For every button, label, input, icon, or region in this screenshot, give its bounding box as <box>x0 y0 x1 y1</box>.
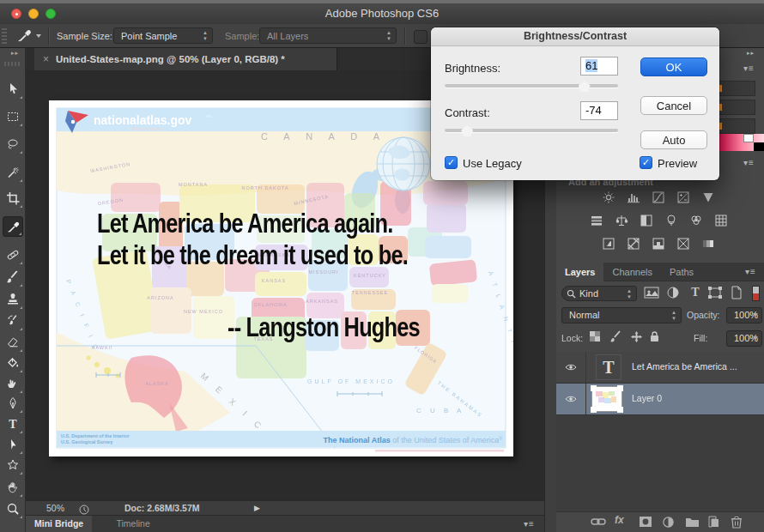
lock-pixels-icon[interactable] <box>609 330 625 346</box>
blend-mode-dropdown[interactable]: Normal ▲▼ <box>561 307 682 323</box>
preset-dropdown-arrow-icon[interactable] <box>36 34 41 38</box>
swatches-panel-menu-icon[interactable]: ▾≡ <box>743 158 755 167</box>
exposure-adjustment-icon[interactable] <box>676 190 694 205</box>
filter-smart-objects-icon[interactable] <box>730 286 747 301</box>
marquee-tool[interactable] <box>3 106 23 127</box>
state-label: KENTUCKY <box>354 273 386 278</box>
photo-filter-adjustment-icon[interactable] <box>664 214 682 228</box>
lock-all-icon[interactable] <box>649 330 664 346</box>
hand-icon <box>6 481 20 494</box>
contrast-slider-thumb[interactable] <box>461 125 473 136</box>
clone-stamp-tool[interactable] <box>3 289 23 310</box>
filter-kind-dropdown[interactable]: Kind ▲▼ <box>561 286 637 301</box>
magic-wand-tool[interactable] <box>3 162 23 183</box>
show-sampling-ring-checkbox[interactable] <box>414 30 427 44</box>
type-tool[interactable]: T <box>3 414 23 434</box>
type-layer-thumbnail[interactable]: T <box>596 354 622 380</box>
collapse-panels-icon[interactable]: ▸▸ <box>747 50 755 57</box>
auto-button[interactable]: Auto <box>640 130 707 149</box>
filter-adjustment-layers-icon[interactable] <box>666 286 683 301</box>
panel-menu-icon[interactable]: ▾≡ <box>524 519 535 529</box>
ok-button[interactable]: OK <box>640 57 707 76</box>
use-legacy-checkbox[interactable]: ✓ <box>445 156 458 169</box>
link-layers-icon[interactable] <box>591 516 606 529</box>
layer-visibility-toggle[interactable] <box>556 352 586 383</box>
healing-brush-tool[interactable] <box>3 245 23 265</box>
brightness-slider-thumb[interactable] <box>579 81 591 92</box>
fill-label: Fill: <box>694 333 707 343</box>
layers-panel-menu-icon[interactable]: ▾≡ <box>745 267 756 276</box>
close-tab-icon[interactable]: × <box>34 53 56 65</box>
history-brush-tool[interactable] <box>3 311 23 331</box>
invert-adjustment-icon[interactable] <box>601 237 620 251</box>
brightness-slider[interactable] <box>445 84 618 88</box>
smudge-tool[interactable] <box>3 373 23 394</box>
brightness-label: Brightness: <box>445 62 500 75</box>
color-balance-adjustment-icon[interactable] <box>614 214 633 228</box>
eyedropper-tool[interactable] <box>3 216 23 237</box>
brush-tool[interactable] <box>3 267 23 287</box>
black-white-adjustment-icon[interactable] <box>639 214 658 228</box>
layer-style-icon[interactable]: fx <box>615 514 630 528</box>
vibrance-adjustment-icon[interactable] <box>700 190 719 205</box>
new-adjustment-layer-icon[interactable] <box>662 516 677 529</box>
filter-shape-layers-icon[interactable] <box>707 286 725 301</box>
zoom-level-field[interactable]: 50% <box>46 503 64 513</box>
status-arrow-icon[interactable]: ▶ <box>254 504 260 512</box>
filter-pixel-layers-icon[interactable] <box>644 286 661 301</box>
crop-tool[interactable] <box>3 188 23 209</box>
new-group-icon[interactable] <box>685 516 700 529</box>
channel-mixer-adjustment-icon[interactable] <box>688 214 707 228</box>
brightness-contrast-adjustment-icon[interactable] <box>601 190 620 205</box>
sample-dropdown[interactable]: All Layers ▲▼ <box>259 27 397 44</box>
black-swatch[interactable] <box>754 142 764 151</box>
eraser-tool[interactable] <box>3 332 23 353</box>
layer-visibility-toggle[interactable] <box>556 384 586 414</box>
layer-row-0[interactable]: TLet America be America ... <box>556 352 764 384</box>
sample-size-dropdown[interactable]: Point Sample ▲▼ <box>113 27 213 44</box>
move-tool[interactable] <box>3 79 23 100</box>
brightness-input[interactable]: 61 <box>580 57 618 76</box>
threshold-adjustment-icon[interactable] <box>651 237 670 251</box>
bottom-tab-timeline[interactable]: Timeline <box>108 516 159 532</box>
opacity-dropdown[interactable]: 100% <box>726 307 762 323</box>
delete-layer-icon[interactable] <box>731 516 746 529</box>
tools-panel-grip[interactable] <box>4 62 21 66</box>
options-bar-grip[interactable] <box>2 28 7 44</box>
posterize-adjustment-icon[interactable] <box>626 237 645 251</box>
lock-transparency-icon[interactable] <box>589 330 604 346</box>
bottom-tab-mini-bridge[interactable]: Mini Bridge <box>26 516 92 532</box>
white-swatch[interactable] <box>743 134 754 142</box>
cancel-button[interactable]: Cancel <box>640 96 707 115</box>
color-panel-menu-icon[interactable]: ▾≡ <box>743 63 755 73</box>
new-layer-icon[interactable] <box>707 516 723 529</box>
zoom-tool[interactable] <box>3 499 23 519</box>
gradient-map-adjustment-icon[interactable] <box>700 237 719 251</box>
paint-bucket-tool[interactable] <box>3 353 23 373</box>
curves-adjustment-icon[interactable] <box>651 190 670 205</box>
layer-filter-toggle[interactable] <box>752 286 760 301</box>
collapse-panel-icon[interactable]: ▸▸ <box>11 50 19 57</box>
filter-type-layers-icon[interactable]: T <box>687 286 704 301</box>
layers-panel-tab-layers[interactable]: Layers <box>556 263 603 281</box>
layer-thumbnail[interactable] <box>592 387 622 411</box>
pen-tool[interactable] <box>3 393 23 414</box>
eyedropper-preset-icon[interactable] <box>17 28 33 44</box>
preview-checkbox[interactable]: ✓ <box>640 156 652 169</box>
add-layer-mask-icon[interactable] <box>639 516 654 529</box>
contrast-input[interactable]: -74 <box>580 101 618 120</box>
hand-tool[interactable] <box>3 477 23 498</box>
layer-row-1[interactable]: Layer 0 <box>556 384 764 415</box>
layers-panel-tab-channels[interactable]: Channels <box>603 263 660 281</box>
custom-shape-tool[interactable] <box>3 455 23 475</box>
color-lookup-adjustment-icon[interactable] <box>713 214 732 228</box>
lasso-tool[interactable] <box>3 134 23 154</box>
selective-color-adjustment-icon[interactable] <box>676 237 694 251</box>
fill-dropdown[interactable]: 100% <box>726 330 762 347</box>
hue-saturation-adjustment-icon[interactable] <box>589 214 608 228</box>
lock-position-icon[interactable] <box>630 330 646 346</box>
document-tab[interactable]: ×United-States-map.png @ 50% (Layer 0, R… <box>34 48 337 70</box>
levels-adjustment-icon[interactable] <box>626 190 645 205</box>
path-selection-tool[interactable] <box>3 434 23 455</box>
layers-panel-tab-paths[interactable]: Paths <box>661 263 702 281</box>
